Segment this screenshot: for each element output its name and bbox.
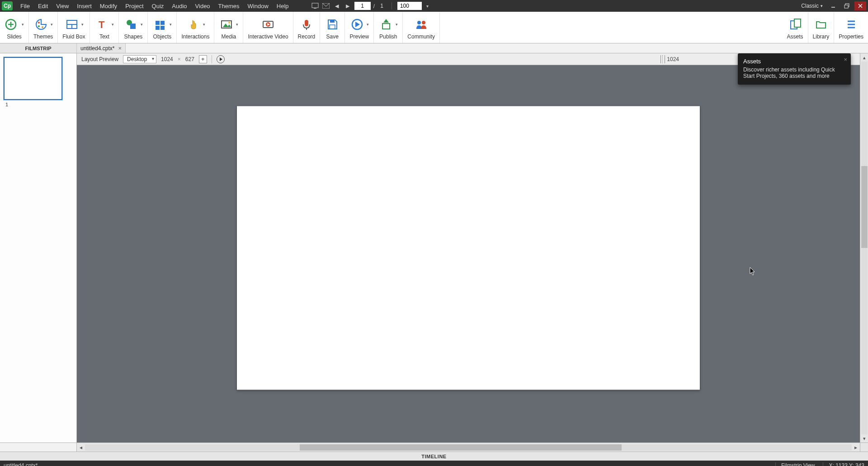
chevron-down-icon: ▾ [112,22,114,27]
chevron-down-icon: ▾ [821,4,823,8]
menu-help[interactable]: Help [273,3,293,10]
ribbon-record[interactable]: Record [293,12,321,43]
ribbon-save[interactable]: Save [320,12,345,43]
menu-quiz[interactable]: Quiz [148,3,168,10]
svg-point-38 [422,21,425,24]
main-area: 1 Layout Preview Desktop 1024 × 627 + 10… [0,53,868,442]
close-icon[interactable]: × [844,56,847,63]
objects-icon [152,17,168,32]
ribbon-media[interactable]: ▾ Media [214,12,243,43]
next-slide-icon[interactable]: ▶ [344,2,352,10]
menu-window[interactable]: Window [244,3,273,10]
hscroll-spacer [0,443,77,452]
close-icon[interactable]: × [118,45,122,52]
hscroll-row: ◂ ▸ [0,442,868,452]
svg-rect-22 [156,26,160,30]
scroll-right-icon[interactable]: ▸ [852,443,860,452]
add-breakpoint-button[interactable]: + [199,55,207,63]
ribbon-label: Media [222,33,236,40]
scroll-left-icon[interactable]: ◂ [77,443,85,452]
ribbon-shapes[interactable]: ▾ Shapes [119,12,148,43]
slide-thumbnail[interactable] [4,57,62,100]
page-current-input[interactable] [354,2,371,10]
drag-handle-icon [660,55,665,63]
ribbon-library[interactable]: Library [808,12,835,43]
window-close-button[interactable] [854,1,866,10]
zoom-input[interactable] [397,2,422,10]
svg-rect-19 [130,24,136,29]
ribbon-label: Library [813,33,830,40]
separator [212,55,212,63]
media-icon [219,17,234,32]
status-filename: untitled4.cptx* [4,462,38,466]
app-logo: Cp [2,1,13,10]
ribbon-label: Interactions [181,33,209,40]
document-tab[interactable]: untitled4.cptx* × [77,43,126,53]
ribbon-themes[interactable]: ▾ Themes [29,12,58,43]
chevron-down-icon: ▾ [203,22,205,27]
ribbon-objects[interactable]: ▾ Objects [148,12,177,43]
menu-modify[interactable]: Modify [96,3,121,10]
menu-audio[interactable]: Audio [168,3,191,10]
scroll-down-icon[interactable]: ▾ [860,434,868,442]
svg-point-26 [228,22,230,24]
menu-insert[interactable]: Insert [73,3,96,10]
scroll-track[interactable] [85,444,852,451]
device-select[interactable]: Desktop [123,55,156,63]
ribbon-publish[interactable]: ▾ Publish [374,12,403,43]
ribbon-preview[interactable]: ▾ Preview [345,12,374,43]
menu-bar: Cp File Edit View Insert Modify Project … [0,0,868,12]
svg-point-12 [38,25,40,27]
menu-file[interactable]: File [16,3,34,10]
ribbon-community[interactable]: Community [403,12,440,43]
community-icon [414,17,429,32]
breakpoint-handle[interactable]: 1024 [660,55,679,63]
vertical-scrollbar[interactable]: ▴ ▾ [860,53,868,442]
ribbon-label: Properties [839,33,863,40]
svg-point-37 [417,21,421,24]
tooltip-title: Assets [743,58,845,65]
menu-edit[interactable]: Edit [34,3,52,10]
play-button[interactable] [217,55,225,63]
zoom-dropdown-icon[interactable]: ▾ [425,4,429,9]
svg-rect-36 [382,24,390,29]
ribbon-label: Text [99,33,109,40]
ribbon-interactions[interactable]: ▾ Interactions [177,12,214,43]
ribbon-slides[interactable]: ▾ Slides [0,12,29,43]
ribbon-assets[interactable]: Assets [783,12,808,43]
layout-preview-label: Layout Preview [81,56,118,62]
workspace-selector[interactable]: Classic ▾ [798,3,826,9]
horizontal-scrollbar[interactable]: ◂ ▸ [77,443,860,452]
scroll-track[interactable] [861,62,868,434]
scroll-thumb[interactable] [861,166,868,248]
svg-rect-30 [305,20,308,26]
timeline-panel-collapsed[interactable]: TIMELINE [0,452,868,461]
window-minimize-button[interactable] [827,1,839,10]
chevron-down-icon: ▾ [396,22,398,27]
svg-marker-25 [223,24,231,27]
chevron-down-icon: ▾ [22,22,24,27]
ribbon-fluidbox[interactable]: ▾ Fluid Box [58,12,90,43]
ribbon-label: Interactive Video [248,33,288,40]
mail-icon[interactable] [322,2,330,10]
interactive-video-icon [260,17,276,32]
menu-view[interactable]: View [52,3,73,10]
ribbon-interactive-video[interactable]: Interactive Video [243,12,293,43]
ribbon-text[interactable]: T ▾ Text [90,12,119,43]
window-restore-button[interactable] [841,1,853,10]
menu-themes[interactable]: Themes [214,3,244,10]
ribbon-toolbar: ▾ Slides ▾ Themes ▾ Fluid Box T ▾ Text [0,12,868,43]
device-preview-icon[interactable] [311,2,319,10]
scroll-up-icon[interactable]: ▴ [860,53,868,62]
fluidbox-icon [64,17,80,32]
scroll-thumb[interactable] [300,444,622,451]
ribbon-properties[interactable]: Properties [834,12,868,43]
menu-video[interactable]: Video [191,3,214,10]
chevron-down-icon: ▾ [51,22,53,27]
slide-canvas[interactable] [237,106,700,390]
ribbon-label: Shapes [124,33,143,40]
menu-project[interactable]: Project [121,3,147,10]
ribbon-label: Community [407,33,435,40]
prev-slide-icon[interactable]: ◀ [333,2,341,10]
ribbon-label: Objects [153,33,172,40]
